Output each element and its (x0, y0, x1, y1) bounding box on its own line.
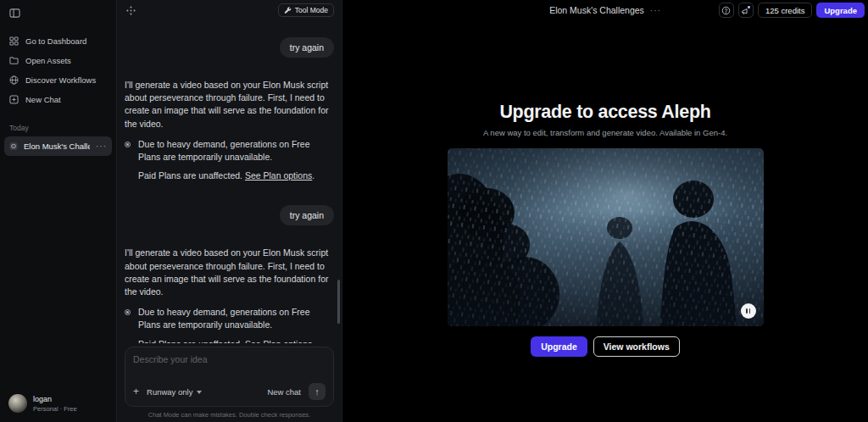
paid-plans-period: . (312, 170, 314, 180)
sidebar-item-dashboard[interactable]: Go to Dashboard (0, 31, 116, 51)
promo-subtitle: A new way to edit, transform and generat… (483, 128, 727, 137)
notice-text: Due to heavy demand, generations on Free… (138, 138, 334, 164)
plus-square-icon (9, 95, 19, 104)
user-info: logan Personal · Free (33, 395, 77, 413)
user-avatar (8, 394, 27, 413)
aleph-promo: Upgrade to access Aleph A new way to edi… (342, 20, 868, 357)
panel-left-icon (9, 8, 20, 19)
new-chat-button[interactable]: New chat (267, 387, 301, 397)
model-selector-label: Runway only (147, 387, 192, 397)
chat-thumbnail-icon (9, 141, 18, 152)
paid-plans-period: . (312, 339, 314, 343)
chat-scrollbar-thumb[interactable] (337, 280, 340, 324)
paid-plans-text: Paid Plans are unaffected. (138, 339, 245, 343)
chat-disclaimer: Chat Mode can make mistakes. Double chec… (117, 407, 342, 422)
page-title: Elon Musk's Challenges (549, 5, 644, 15)
sidebar-nav: Go to Dashboard Open Assets Discover Wor… (0, 31, 116, 109)
pause-button[interactable] (741, 303, 756, 319)
help-button[interactable] (719, 3, 734, 18)
sidebar-item-label: Discover Workflows (25, 75, 96, 85)
tool-mode-button[interactable]: Tool Mode (278, 3, 334, 17)
sidebar-spacer (0, 156, 116, 386)
pause-icon (749, 308, 751, 314)
see-plan-options-link[interactable]: See Plan options (245, 170, 312, 180)
user-account-button[interactable]: logan Personal · Free (0, 386, 116, 422)
wrench-icon (284, 7, 292, 14)
chat-item-more-button[interactable]: ··· (96, 144, 107, 149)
app-window: Go to Dashboard Open Assets Discover Wor… (0, 0, 868, 422)
announcements-button[interactable] (738, 3, 754, 18)
help-icon (721, 6, 731, 15)
chat-panel: Tool Mode try again I'll generate a vide… (116, 0, 342, 422)
prompt-input[interactable] (133, 354, 326, 380)
title-more-button[interactable]: ··· (650, 8, 661, 13)
chat-title-wrap: Elon Musk's Challenges ··· (549, 5, 661, 15)
promo-video-frame (448, 148, 764, 326)
attach-button[interactable]: + (133, 387, 139, 396)
credits-button[interactable]: 125 credits (758, 3, 812, 18)
assistant-message: I'll generate a video based on your Elon… (125, 247, 334, 298)
prompt-input-box: + Runway only New chat ↑ (125, 347, 334, 407)
history-section-label: Today (9, 124, 107, 132)
sidebar-item-new-chat[interactable]: New Chat (0, 90, 116, 109)
sidebar-item-label: New Chat (25, 95, 61, 104)
paid-plans-text: Paid Plans are unaffected. (138, 170, 245, 180)
notice-row: Due to heavy demand, generations on Free… (125, 306, 334, 331)
promo-title: Upgrade to access Aleph (499, 102, 710, 123)
chat-panel-header: Tool Mode (117, 0, 342, 20)
promo-upgrade-button[interactable]: Upgrade (531, 336, 587, 357)
header-controls: 125 credits Upgrade (719, 3, 865, 18)
tool-mode-label: Tool Mode (295, 6, 328, 14)
sidebar-item-assets[interactable]: Open Assets (0, 51, 116, 70)
sidebar-item-label: Go to Dashboard (25, 36, 86, 46)
grid-icon (9, 36, 19, 46)
model-selector[interactable]: Runway only (147, 387, 202, 397)
alert-dot-icon (125, 309, 131, 315)
chat-message-list: try again I'll generate a video based on… (117, 20, 342, 343)
pause-icon (746, 308, 748, 314)
paid-plans-line: Paid Plans are unaffected. See Plan opti… (138, 338, 334, 343)
user-message-bubble: try again (280, 37, 334, 58)
alert-dot-icon (125, 142, 131, 147)
sidebar-collapse-button[interactable] (6, 4, 23, 21)
sidebar-item-label: Open Assets (25, 56, 71, 65)
main-header: Elon Musk's Challenges ··· 125 credits U… (342, 0, 868, 20)
promo-video-player (448, 148, 764, 326)
folder-icon (9, 56, 19, 65)
move-icon (126, 6, 136, 15)
sidebar-chat-item-elon-musks-challenges[interactable]: Elon Musk's Challenges ··· (4, 136, 112, 156)
user-message-bubble: try again (280, 205, 334, 225)
notification-dot (748, 6, 750, 8)
paid-plans-line: Paid Plans are unaffected. See Plan opti… (138, 169, 334, 182)
user-plan-label: Personal · Free (33, 405, 77, 413)
main-area: Elon Musk's Challenges ··· 125 credits U… (342, 0, 868, 422)
chevron-down-icon (197, 391, 202, 394)
see-plan-options-link[interactable]: See Plan options (245, 339, 312, 343)
notice-row: Due to heavy demand, generations on Free… (125, 138, 334, 164)
notice-text: Due to heavy demand, generations on Free… (138, 306, 334, 331)
user-name: logan (33, 395, 77, 403)
assistant-message: I'll generate a video based on your Elon… (125, 79, 334, 130)
chat-item-label: Elon Musk's Challenges (24, 142, 90, 151)
globe-icon (9, 75, 19, 85)
sidebar: Go to Dashboard Open Assets Discover Wor… (0, 0, 116, 422)
prompt-input-toolbar: + Runway only New chat ↑ (133, 383, 326, 400)
view-workflows-button[interactable]: View workflows (593, 336, 680, 357)
sidebar-item-workflows[interactable]: Discover Workflows (0, 70, 116, 90)
send-button[interactable]: ↑ (309, 383, 326, 400)
promo-actions: Upgrade View workflows (531, 336, 680, 357)
header-upgrade-button[interactable]: Upgrade (816, 3, 865, 18)
move-handle[interactable] (125, 4, 136, 16)
